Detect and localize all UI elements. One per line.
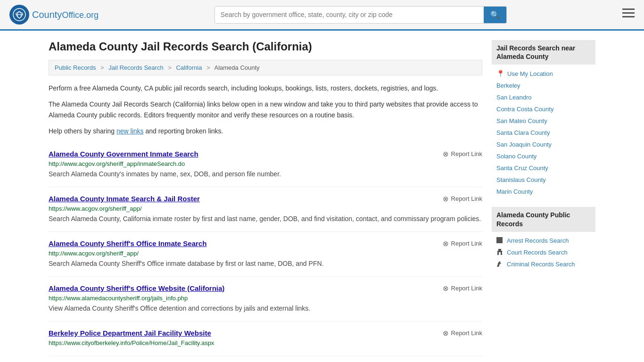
description-1: Perform a free Alameda County, CA public…	[49, 83, 482, 93]
nearby-link-7[interactable]: Santa Cruz County	[496, 165, 548, 172]
search-button[interactable]: 🔍	[484, 7, 506, 23]
nearby-link-1[interactable]: San Leandro	[496, 94, 531, 101]
nearby-item: Santa Cruz County	[492, 162, 595, 174]
nearby-link-6[interactable]: Solano County	[496, 153, 537, 160]
pr-icon-1	[496, 249, 503, 255]
breadcrumb-california[interactable]: California	[176, 64, 202, 71]
nearby-item: Marin County	[492, 186, 595, 197]
report-link-4[interactable]: ⊗ Report Link	[443, 329, 482, 337]
report-link-1[interactable]: ⊗ Report Link	[443, 195, 482, 203]
svg-rect-3	[622, 8, 635, 10]
logo-text: CountyOffice.org	[32, 9, 99, 20]
nearby-item: Contra Costa County	[492, 103, 595, 115]
report-label-3: Report Link	[451, 285, 482, 292]
result-url-0: http://www.acgov.org/sheriff_app/inmateS…	[49, 160, 482, 167]
result-header: Alameda County Sheriff's Office Website …	[49, 284, 482, 293]
logo-icon	[9, 5, 29, 25]
report-label-4: Report Link	[451, 329, 482, 337]
svg-rect-6	[496, 237, 503, 243]
breadcrumb-jail-records[interactable]: Jail Records Search	[108, 64, 163, 71]
nearby-items-container: BerkeleySan LeandroContra Costa CountySa…	[492, 80, 595, 197]
result-item: Alameda County Inmate Search & Jail Rost…	[49, 187, 482, 232]
nearby-item: San Leandro	[492, 91, 595, 103]
public-records-title: Alameda County Public Records	[492, 207, 595, 231]
nearby-item: Stanislaus County	[492, 174, 595, 186]
breadcrumb-current: Alameda County	[215, 64, 260, 71]
desc3-post: and reporting broken links.	[144, 127, 223, 135]
nearby-item: Santa Clara County	[492, 127, 595, 139]
breadcrumb-sep-2: >	[168, 64, 172, 71]
page-title: Alameda County Jail Records Search (Cali…	[49, 40, 482, 53]
svg-rect-9	[499, 252, 501, 255]
result-title-3[interactable]: Alameda County Sheriff's Office Website …	[49, 284, 224, 292]
description-2: The Alameda County Jail Records Search (…	[49, 99, 482, 120]
nearby-link-8[interactable]: Stanislaus County	[496, 176, 546, 183]
nearby-item: San Mateo County	[492, 115, 595, 127]
report-icon-4: ⊗	[443, 329, 449, 337]
use-location-link[interactable]: Use My Location	[507, 70, 553, 77]
pr-link-2[interactable]: Criminal Records Search	[507, 261, 575, 268]
nearby-link-5[interactable]: San Joaquin County	[496, 141, 552, 148]
breadcrumb-sep-3: >	[206, 64, 210, 71]
content-area: Alameda County Jail Records Search (Cali…	[49, 40, 482, 356]
public-records-section: Alameda County Public Records Arrest Rec…	[492, 207, 595, 270]
sidebar: Jail Records Search near Alameda County …	[492, 40, 595, 356]
result-item: Berkeley Police Department Jail Facility…	[49, 321, 482, 356]
result-title-1[interactable]: Alameda County Inmate Search & Jail Rost…	[49, 195, 200, 203]
report-icon-1: ⊗	[443, 195, 449, 203]
use-my-location[interactable]: 📍 Use My Location	[492, 67, 595, 80]
result-url-3: https://www.alamedacountysheriff.org/jai…	[49, 295, 482, 302]
svg-rect-8	[498, 249, 501, 251]
result-desc-2: Search Alameda County Sheriff's Office i…	[49, 259, 482, 269]
nearby-link-0[interactable]: Berkeley	[496, 82, 520, 89]
pr-icon-2	[496, 261, 503, 267]
pr-link-1[interactable]: Court Records Search	[507, 249, 568, 256]
result-desc-3: View Alameda County Sheriff's Office det…	[49, 304, 482, 313]
nearby-link-4[interactable]: Santa Clara County	[496, 129, 550, 136]
public-records-container: Arrest Records Search Court Records Sear…	[492, 235, 595, 270]
desc3-pre: Help others by sharing	[49, 127, 116, 135]
new-links-link[interactable]: new links	[116, 127, 144, 135]
result-desc-0: Search Alameda County's inmates by name,…	[49, 169, 482, 179]
search-box: 🔍	[215, 6, 507, 24]
result-header: Alameda County Government Inmate Search …	[49, 150, 482, 158]
public-record-item: Arrest Records Search	[492, 235, 595, 247]
location-pin-icon: 📍	[496, 70, 504, 77]
result-item: Alameda County Sheriff's Office Website …	[49, 277, 482, 321]
report-link-2[interactable]: ⊗ Report Link	[443, 239, 482, 248]
result-title-4[interactable]: Berkeley Police Department Jail Facility…	[49, 329, 211, 337]
report-icon-2: ⊗	[443, 239, 449, 248]
result-title-0[interactable]: Alameda County Government Inmate Search	[49, 150, 198, 158]
main-container: Alameda County Jail Records Search (Cali…	[39, 31, 605, 362]
svg-rect-4	[622, 12, 635, 14]
result-url-2: http://www.acgov.org/sheriff_app/	[49, 250, 482, 257]
breadcrumb-public-records[interactable]: Public Records	[55, 64, 96, 71]
menu-icon[interactable]	[622, 8, 635, 21]
description-3: Help others by sharing new links and rep…	[49, 126, 482, 136]
pr-link-0[interactable]: Arrest Records Search	[507, 237, 569, 244]
report-link-3[interactable]: ⊗ Report Link	[443, 284, 482, 293]
report-icon-3: ⊗	[443, 284, 449, 293]
results-container: Alameda County Government Inmate Search …	[49, 142, 482, 356]
site-header: CountyOffice.org 🔍	[0, 0, 644, 31]
public-record-item: Court Records Search	[492, 247, 595, 258]
public-record-item: Criminal Records Search	[492, 258, 595, 270]
result-desc-1: Search Alameda County, California inmate…	[49, 214, 482, 224]
report-link-0[interactable]: ⊗ Report Link	[443, 150, 482, 158]
result-header: Alameda County Inmate Search & Jail Rost…	[49, 195, 482, 203]
breadcrumb: Public Records > Jail Records Search > C…	[49, 60, 482, 75]
pr-icon-0	[496, 237, 503, 244]
logo: CountyOffice.org	[9, 5, 99, 25]
nearby-title: Jail Records Search near Alameda County	[492, 40, 595, 65]
search-input[interactable]	[215, 7, 484, 23]
nearby-item: Berkeley	[492, 80, 595, 91]
nearby-section: Jail Records Search near Alameda County …	[492, 40, 595, 197]
nearby-link-2[interactable]: Contra Costa County	[496, 106, 553, 113]
nearby-link-9[interactable]: Marin County	[496, 188, 533, 195]
result-url-4: https://www.cityofberkeley.info/Police/H…	[49, 339, 482, 346]
report-label-2: Report Link	[451, 240, 482, 247]
nearby-link-3[interactable]: San Mateo County	[496, 117, 547, 124]
report-label-0: Report Link	[451, 150, 482, 157]
result-title-2[interactable]: Alameda County Sheriff's Office Inmate S…	[49, 239, 206, 247]
search-area: 🔍	[215, 6, 507, 24]
